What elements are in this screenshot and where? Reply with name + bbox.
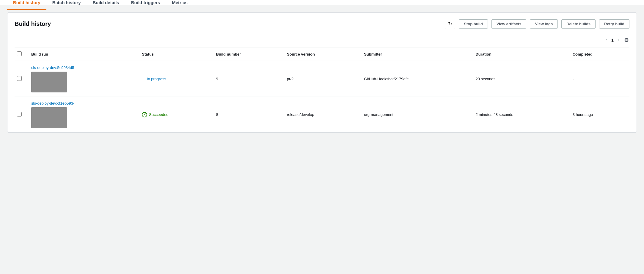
- col-header-build-number: Build number: [211, 48, 282, 61]
- table-wrap: Build runStatusBuild numberSource versio…: [15, 48, 629, 132]
- builds-table: Build runStatusBuild numberSource versio…: [15, 48, 629, 132]
- tab-build-details[interactable]: Build details: [87, 0, 125, 10]
- row-checkbox[interactable]: [17, 76, 22, 81]
- col-header-select: [15, 48, 26, 61]
- tabs-bar: Build historyBatch historyBuild detailsB…: [0, 0, 644, 5]
- col-header-submitter: Submitter: [359, 48, 471, 61]
- succeeded-icon: ✓: [142, 112, 147, 117]
- next-page-button[interactable]: ›: [616, 37, 621, 43]
- retry-build-button[interactable]: Retry build: [599, 19, 629, 29]
- build-run-cell: sls-deploy-dev:5c9034d5-: [26, 61, 137, 97]
- main-panel: Build history ↻ Stop build View artifact…: [7, 12, 637, 133]
- status-cell: − In progress: [137, 61, 211, 97]
- build-number-cell: 9: [211, 61, 282, 97]
- table-head: Build runStatusBuild numberSource versio…: [15, 48, 629, 61]
- completed-cell: -: [568, 61, 629, 97]
- table-settings-button[interactable]: ⚙: [623, 36, 629, 44]
- col-header-completed: Completed: [568, 48, 629, 61]
- build-run-link[interactable]: sls-deploy-dev:5c9034d5-: [31, 65, 132, 70]
- build-number-cell: 8: [211, 97, 282, 133]
- view-artifacts-button[interactable]: View artifacts: [491, 19, 527, 29]
- status-badge: − In progress: [142, 76, 206, 82]
- status-label: Succeeded: [149, 112, 168, 117]
- build-thumbnail: [31, 107, 67, 128]
- build-run-cell: sls-deploy-dev:cf1eb593-: [26, 97, 137, 133]
- table-body: sls-deploy-dev:5c9034d5-− In progress9pr…: [15, 61, 629, 132]
- row-checkbox-cell: [15, 61, 26, 97]
- tabs-container: Build historyBatch historyBuild detailsB…: [7, 0, 194, 5]
- refresh-icon: ↻: [448, 21, 452, 27]
- select-all-checkbox[interactable]: [17, 51, 22, 56]
- col-header-source-version: Source version: [282, 48, 359, 61]
- page-wrapper: Build historyBatch historyBuild detailsB…: [0, 0, 644, 274]
- view-logs-button[interactable]: View logs: [530, 19, 558, 29]
- col-header-build-run: Build run: [26, 48, 137, 61]
- col-header-duration: Duration: [471, 48, 568, 61]
- build-thumbnail: [31, 72, 67, 92]
- status-badge: ✓ Succeeded: [142, 112, 206, 117]
- panel-header: Build history ↻ Stop build View artifact…: [15, 19, 629, 34]
- gear-icon: ⚙: [624, 37, 629, 43]
- source-version-cell: release/develop: [282, 97, 359, 133]
- status-cell: ✓ Succeeded: [137, 97, 211, 133]
- delete-builds-button[interactable]: Delete builds: [561, 19, 596, 29]
- submitter-cell: GitHub-Hookshot/2179efe: [359, 61, 471, 97]
- table-row: sls-deploy-dev:5c9034d5-− In progress9pr…: [15, 61, 629, 97]
- refresh-button[interactable]: ↻: [445, 19, 455, 29]
- duration-cell: 2 minutes 48 seconds: [471, 97, 568, 133]
- tab-build-triggers[interactable]: Build triggers: [125, 0, 166, 10]
- tab-build-history[interactable]: Build history: [7, 0, 46, 10]
- row-checkbox[interactable]: [17, 112, 22, 116]
- page-number: 1: [611, 38, 614, 42]
- build-run-link[interactable]: sls-deploy-dev:cf1eb593-: [31, 101, 132, 105]
- table-row: sls-deploy-dev:cf1eb593-✓ Succeeded8rele…: [15, 97, 629, 133]
- prev-page-button[interactable]: ‹: [604, 37, 609, 43]
- pagination-row: ‹ 1 › ⚙: [15, 34, 629, 48]
- duration-cell: 23 seconds: [471, 61, 568, 97]
- content-area: Build history ↻ Stop build View artifact…: [0, 5, 644, 140]
- submitter-cell: org-management: [359, 97, 471, 133]
- stop-build-button[interactable]: Stop build: [459, 19, 488, 29]
- panel-title: Build history: [15, 21, 51, 27]
- tab-metrics[interactable]: Metrics: [166, 0, 194, 10]
- tab-batch-history[interactable]: Batch history: [46, 0, 87, 10]
- col-header-status: Status: [137, 48, 211, 61]
- completed-cell: 3 hours ago: [568, 97, 629, 133]
- source-version-cell: pr/2: [282, 61, 359, 97]
- row-checkbox-cell: [15, 97, 26, 133]
